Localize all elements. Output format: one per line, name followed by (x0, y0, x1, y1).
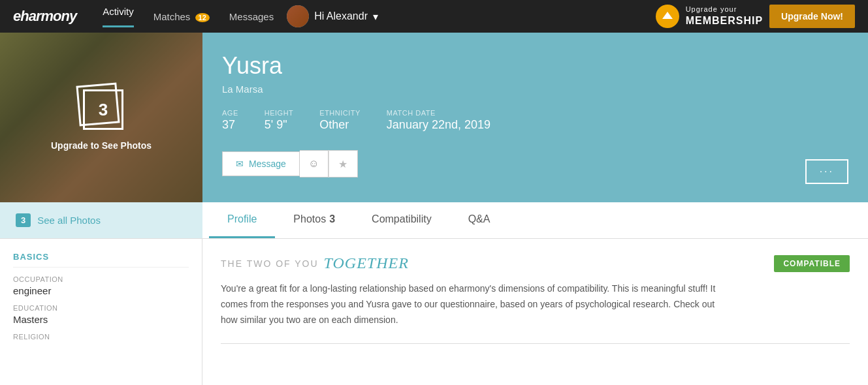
nav-messages[interactable]: Messages (229, 11, 274, 22)
tab-photos[interactable]: Photos 3 (275, 202, 353, 238)
profile-info: Yusra La Marsa AGE 37 HEIGHT 5' 9" ETHNI… (202, 33, 868, 202)
photo-stack-icon: 3 (78, 84, 125, 131)
upgrade-text: Upgrade your MEMBERSHIP (686, 5, 763, 27)
avatar (287, 5, 309, 27)
brand-logo: eharmony (13, 8, 76, 25)
stat-height: HEIGHT 5' 9" (265, 109, 294, 132)
dropdown-icon: ▾ (373, 10, 378, 23)
profile-actions: ✉ Message ☺ ★ (222, 150, 848, 177)
more-options-button[interactable]: ··· (805, 159, 848, 184)
navbar: eharmony Activity Matches 12 Messages Hi… (0, 0, 868, 33)
tab-profile[interactable]: Profile (209, 202, 275, 238)
emoji-button[interactable]: ☺ (300, 150, 329, 177)
sidebar-label-occupation: OCCUPATION (13, 275, 189, 283)
together-description: You're a great fit for a long-lasting re… (221, 281, 717, 328)
profile-body: THE TWO OF YOU together COMPATIBLE You'r… (202, 239, 868, 385)
photo-count: 3 (99, 100, 108, 120)
message-button[interactable]: ✉ Message (222, 151, 300, 176)
matches-badge: 12 (195, 13, 210, 22)
photo-stack-front: 3 (83, 89, 123, 130)
svg-marker-0 (662, 12, 673, 19)
sidebar: BASICS OCCUPATION engineer EDUCATION Mas… (0, 239, 202, 385)
sidebar-value-education: Masters (13, 314, 189, 325)
heading-plain: THE TWO OF YOU (221, 258, 319, 269)
tab-qa[interactable]: Q&A (450, 202, 509, 238)
see-photos-label: See all Photos (37, 215, 101, 226)
together-title: THE TWO OF YOU together (221, 254, 409, 272)
upgrade-banner: Upgrade your MEMBERSHIP Upgrade Now! (656, 5, 855, 28)
see-all-photos-button[interactable]: 3 See all Photos (0, 202, 202, 238)
sidebar-label-religion: RELIGION (13, 333, 189, 341)
sidebar-label-education: EDUCATION (13, 304, 189, 312)
nav-activity[interactable]: Activity (103, 6, 134, 27)
envelope-icon: ✉ (236, 159, 244, 169)
section-separator (221, 343, 850, 344)
user-menu[interactable]: Hi Alexandr ▾ (287, 5, 378, 27)
sidebar-value-occupation: engineer (13, 285, 189, 296)
tab-links: Profile Photos 3 Compatibility Q&A (202, 202, 508, 238)
upgrade-photos-text[interactable]: Upgrade to See Photos (51, 140, 152, 151)
profile-stats: AGE 37 HEIGHT 5' 9" ETHNICITY Other MATC… (222, 109, 848, 132)
upgrade-now-button[interactable]: Upgrade Now! (769, 5, 855, 28)
sidebar-section-basics: BASICS (13, 252, 189, 268)
avatar-image (287, 5, 309, 27)
tabs-row: 3 See all Photos Profile Photos 3 Compat… (0, 202, 868, 239)
profile-name: Yusra (222, 52, 848, 80)
upgrade-icon (656, 5, 679, 28)
main-content: BASICS OCCUPATION engineer EDUCATION Mas… (0, 239, 868, 385)
profile-location: La Marsa (222, 84, 848, 95)
photo-overlay: 3 Upgrade to See Photos (0, 33, 202, 202)
tab-compatibility[interactable]: Compatibility (353, 202, 450, 238)
stat-age: AGE 37 (222, 109, 238, 132)
stat-match-date: MATCH DATE January 22nd, 2019 (387, 109, 490, 132)
nav-links: Activity Matches 12 Messages (103, 6, 274, 27)
nav-matches[interactable]: Matches 12 (153, 11, 210, 22)
see-photos-badge: 3 (16, 213, 31, 227)
user-greeting: Hi Alexandr (314, 10, 368, 22)
favorite-button[interactable]: ★ (329, 150, 358, 177)
stat-ethnicity: ETHNICITY Other (319, 109, 361, 132)
profile-photo-section: 3 Upgrade to See Photos (0, 33, 202, 202)
heading-cursive: together (324, 254, 409, 272)
together-heading: THE TWO OF YOU together COMPATIBLE (221, 254, 850, 272)
compatible-badge: COMPATIBLE (774, 255, 850, 272)
profile-header: 3 Upgrade to See Photos Yusra La Marsa A… (0, 33, 868, 202)
arrow-up-icon (661, 10, 674, 23)
